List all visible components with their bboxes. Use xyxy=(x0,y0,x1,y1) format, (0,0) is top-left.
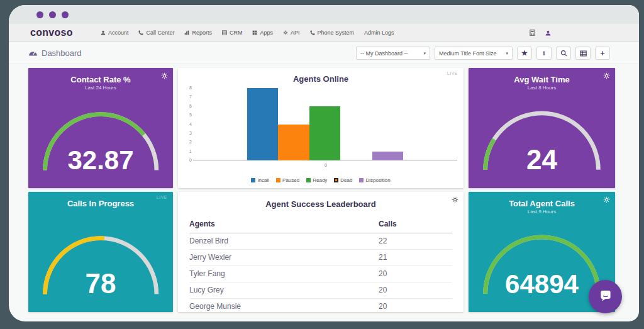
column-header-agents: Agents xyxy=(189,216,379,233)
agent-calls: 20 xyxy=(379,282,452,299)
leaderboard-row: Jerry Wexler21 xyxy=(189,250,452,266)
browser-window: convoso Account Call Center Reports CRM … xyxy=(9,5,639,321)
live-badge: LIVE xyxy=(157,195,167,199)
nav-menu: Account Call Center Reports CRM Apps API xyxy=(101,30,394,36)
y-tick-label: 2 xyxy=(189,140,192,144)
window-dot xyxy=(62,11,69,18)
leaderboard-row: Lucy Grey20 xyxy=(189,282,452,299)
dashboard-icon xyxy=(28,48,38,58)
widget-leaderboard: Agent Success Leaderboard Agents Calls D… xyxy=(178,192,464,312)
legend-label: Paused xyxy=(282,177,299,183)
agent-calls: 20 xyxy=(379,266,452,282)
bar-disposition xyxy=(372,152,404,160)
widget-settings-gear-icon[interactable] xyxy=(603,196,610,203)
nav-item-api[interactable]: API xyxy=(283,30,300,36)
gear-icon xyxy=(283,30,288,35)
agent-calls: 20 xyxy=(379,299,452,313)
chart-plot xyxy=(197,88,455,160)
leaderboard-row: Denzel Bird22 xyxy=(189,233,452,250)
legend-item-disposition[interactable]: Disposition xyxy=(359,177,390,183)
dashboard-controls: -- My Dashboard -- ▾ Medium Title Font S… xyxy=(356,47,610,60)
calculator-icon[interactable] xyxy=(530,30,535,36)
y-tick-label: 8 xyxy=(189,86,192,90)
nav-item-phone-system[interactable]: Phone System xyxy=(310,30,355,36)
legend-item-dead[interactable]: Dead xyxy=(334,177,352,183)
legend-swatch xyxy=(251,178,255,182)
gauge-value: 24 xyxy=(477,144,606,176)
user-icon[interactable] xyxy=(545,30,551,36)
bar-ready xyxy=(309,106,341,160)
plus-icon: + xyxy=(600,49,604,58)
top-navbar: convoso Account Call Center Reports CRM … xyxy=(9,24,639,42)
bar-chart-icon xyxy=(184,30,189,35)
chart-x-tick-label: 0 xyxy=(197,163,455,167)
chart-legend: IncallPausedReadyDeadDisposition xyxy=(178,177,464,183)
legend-swatch xyxy=(334,178,338,182)
phone-icon xyxy=(310,30,315,35)
legend-label: Dead xyxy=(340,177,352,183)
widget-contact-rate: Contact Rate % Last 24 Hours 32.87 xyxy=(28,68,173,188)
widget-subtitle: Last 9 Hours xyxy=(469,209,615,215)
agent-calls: 22 xyxy=(379,233,452,250)
widget-settings-gear-icon[interactable] xyxy=(161,72,168,79)
widget-settings-gear-icon[interactable] xyxy=(603,72,610,79)
y-tick-label: 4 xyxy=(189,122,192,126)
widget-title: Calls In Progress xyxy=(28,199,173,208)
leaderboard-row: Tyler Fang20 xyxy=(189,266,452,282)
y-tick-label: 6 xyxy=(189,104,192,108)
nav-right-icons xyxy=(530,30,551,36)
nav-item-call-center[interactable]: Call Center xyxy=(138,30,174,36)
table-icon xyxy=(580,50,587,57)
widget-agents-online: LIVE Agents Online 012345678 0 IncallPau… xyxy=(178,68,464,188)
nav-item-crm[interactable]: CRM xyxy=(222,30,243,36)
window-dot xyxy=(36,11,43,18)
gauge: 78 xyxy=(37,233,164,297)
my-dashboard-select[interactable]: -- My Dashboard -- ▾ xyxy=(356,47,430,60)
gauge: 24 xyxy=(477,108,606,173)
grid-icon xyxy=(252,30,257,35)
favorite-button[interactable]: ★ xyxy=(517,47,532,60)
info-button[interactable]: i xyxy=(536,47,552,60)
search-button[interactable] xyxy=(556,47,571,60)
window-dot xyxy=(49,11,56,18)
legend-item-incall[interactable]: Incall xyxy=(251,177,269,183)
agent-calls: 21 xyxy=(379,250,452,266)
legend-item-paused[interactable]: Paused xyxy=(276,177,299,183)
browser-chrome xyxy=(9,5,639,24)
leaderboard-row: George Munsie20 xyxy=(189,299,452,313)
nav-item-reports[interactable]: Reports xyxy=(184,30,212,36)
widget-subtitle: Last 8 Hours xyxy=(469,85,615,91)
chart-y-axis: 012345678 xyxy=(180,88,194,160)
legend-item-ready[interactable]: Ready xyxy=(306,177,327,183)
layout-button[interactable] xyxy=(575,47,591,60)
widget-calls-in-progress: LIVE Calls In Progress 78 xyxy=(28,192,173,312)
y-tick-label: 1 xyxy=(189,149,192,153)
info-icon: i xyxy=(543,50,545,57)
nav-item-admin-logs[interactable]: Admin Logs xyxy=(364,30,394,36)
widget-title: Avg Wait Time xyxy=(469,75,615,84)
phone-icon xyxy=(138,30,143,35)
gauge-value: 64894 xyxy=(477,269,606,299)
agent-name: George Munsie xyxy=(189,299,379,313)
nav-item-account[interactable]: Account xyxy=(101,30,129,36)
widget-subtitle: Last 24 Hours xyxy=(28,85,173,91)
chart-title: Agents Online xyxy=(178,74,464,84)
bar-paused xyxy=(278,125,309,161)
y-tick-label: 0 xyxy=(189,158,192,162)
chevron-down-icon: ▾ xyxy=(506,51,508,56)
add-widget-button[interactable]: + xyxy=(595,47,610,60)
gauge: 64894 xyxy=(477,232,606,297)
bar-incall xyxy=(247,88,279,160)
title-font-size-select[interactable]: Medium Title Font Size ▾ xyxy=(435,47,513,60)
chat-launcher-button[interactable] xyxy=(589,280,622,313)
y-tick-label: 7 xyxy=(189,94,192,99)
leaderboard-body: Denzel Bird22Jerry Wexler21Tyler Fang20L… xyxy=(189,233,452,313)
star-icon: ★ xyxy=(521,49,528,57)
y-tick-label: 3 xyxy=(189,131,192,135)
widget-title: Total Agent Calls xyxy=(469,199,615,208)
page-title: Dashboard xyxy=(28,48,82,58)
legend-swatch xyxy=(306,178,311,182)
nav-item-apps[interactable]: Apps xyxy=(252,30,273,36)
convoso-logo[interactable]: convoso xyxy=(30,27,73,38)
widget-title: Agent Success Leaderboard xyxy=(178,199,464,209)
